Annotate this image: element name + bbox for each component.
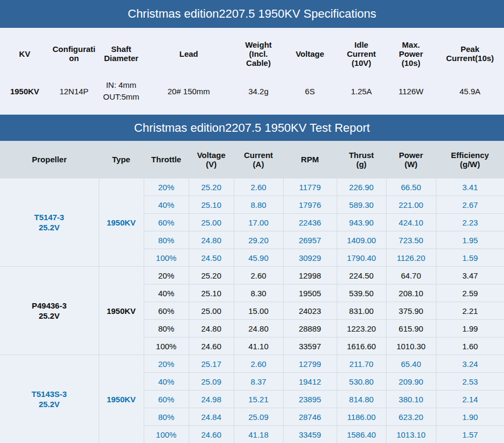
cell-thrust: 1223.20 (337, 320, 386, 337)
cell-rpm: 28889 (283, 320, 337, 337)
cell-throttle: 100% (144, 337, 189, 355)
spec-col-header-configuration: Configuration (49, 28, 99, 79)
cell-power: 1010.30 (386, 337, 436, 355)
cell-efficiency: 3.41 (436, 178, 504, 196)
cell-power: 623.20 (386, 408, 436, 426)
cell-thrust: 1186.00 (337, 408, 386, 426)
spec-value-row: 1950KV12N14PIN: 4mm OUT:5mm20# 150mm34.2… (0, 79, 504, 103)
cell-thrust: 1409.00 (337, 231, 386, 249)
spec-table: KVConfigurationShaft DiameterLeadWeight … (0, 28, 504, 103)
spec-col-header-weight-incl-cable: Weight (Incl. Cable) (234, 28, 283, 79)
cell-rpm: 12799 (283, 355, 337, 373)
cell-current: 2.60 (234, 267, 283, 284)
cell-efficiency: 2.14 (436, 391, 504, 408)
test-col-header-label: Type (99, 155, 144, 164)
cell-efficiency: 1.90 (436, 408, 504, 426)
spec-value-idle-current-10v: 1.25A (337, 79, 386, 103)
propeller-cell: T5147-3 25.2V (0, 178, 99, 267)
cell-throttle: 20% (144, 267, 189, 284)
test-header-row: PropellerTypeThrottleVoltage (V)Current … (0, 141, 504, 178)
spec-col-header-label: Shaft Diameter (104, 44, 138, 63)
cell-voltage: 25.17 (189, 355, 234, 373)
cell-power: 380.10 (386, 391, 436, 408)
test-col-header-throttle: Throttle (144, 141, 189, 178)
cell-rpm: 19412 (283, 373, 337, 391)
test-col-header-label: Voltage (V) (197, 151, 225, 169)
spec-title: Christmas edition2207.5 1950KV Specifica… (128, 7, 376, 21)
propeller-cell: P49436-3 25.2V (0, 267, 99, 355)
cell-voltage: 25.09 (189, 373, 234, 391)
cell-power: 1126.20 (386, 249, 436, 267)
cell-thrust: 1790.40 (337, 249, 386, 267)
cell-current: 8.30 (234, 284, 283, 302)
spec-col-header-label: Voltage (283, 49, 337, 58)
cell-power: 424.10 (386, 214, 436, 231)
spec-col-header-label: KV (0, 49, 49, 58)
cell-power: 64.70 (386, 267, 436, 284)
cell-efficiency: 2.59 (436, 284, 504, 302)
cell-rpm: 33459 (283, 426, 337, 443)
test-col-header-thrust-g: Thrust (g) (337, 141, 386, 178)
cell-throttle: 40% (144, 196, 189, 214)
spec-title-bar: Christmas edition2207.5 1950KV Specifica… (0, 0, 504, 28)
cell-efficiency: 1.60 (436, 337, 504, 355)
test-title-bar: Christmas edition2207.5 1950KV Test Repo… (0, 115, 504, 141)
cell-power: 615.90 (386, 320, 436, 337)
cell-voltage: 24.60 (189, 426, 234, 443)
cell-power: 65.40 (386, 355, 436, 373)
test-col-header-power-w: Power (W) (386, 141, 436, 178)
cell-current: 2.60 (234, 178, 283, 196)
test-row-group1-20%: T5147-3 25.2V1950KV20%25.202.6011779226.… (0, 178, 504, 196)
cell-current: 24.80 (234, 320, 283, 337)
cell-throttle: 80% (144, 231, 189, 249)
test-col-header-rpm: RPM (283, 141, 337, 178)
test-col-header-label: Efficiency (g/W) (451, 151, 489, 169)
cell-power: 375.90 (386, 302, 436, 320)
cell-thrust: 226.90 (337, 178, 386, 196)
cell-rpm: 24023 (283, 302, 337, 320)
cell-current: 8.80 (234, 196, 283, 214)
cell-rpm: 33597 (283, 337, 337, 355)
spec-col-header-kv: KV (0, 28, 49, 79)
spec-col-header-label: Weight (Incl. Cable) (245, 40, 272, 67)
cell-power: 209.90 (386, 373, 436, 391)
test-col-header-label: Propeller (0, 155, 99, 164)
cell-power: 1013.10 (386, 426, 436, 443)
test-col-header-propeller: Propeller (0, 141, 99, 178)
cell-efficiency: 2.67 (436, 196, 504, 214)
cell-rpm: 23895 (283, 391, 337, 408)
spec-col-header-max-power-10s: Max. Power (10s) (386, 28, 436, 79)
test-row-group3-20%: T5143S-3 25.2V1950KV20%25.172.6012799211… (0, 355, 504, 373)
cell-voltage: 24.84 (189, 408, 234, 426)
cell-throttle: 20% (144, 355, 189, 373)
test-title: Christmas edition2207.5 1950KV Test Repo… (134, 121, 370, 135)
spec-col-header-label: Lead (144, 49, 234, 58)
cell-voltage: 25.00 (189, 214, 234, 231)
spec-col-header-lead: Lead (144, 28, 234, 79)
cell-throttle: 80% (144, 320, 189, 337)
cell-efficiency: 2.21 (436, 302, 504, 320)
test-col-header-type: Type (99, 141, 144, 178)
cell-thrust: 224.50 (337, 267, 386, 284)
cell-throttle: 40% (144, 284, 189, 302)
cell-thrust: 831.00 (337, 302, 386, 320)
spec-value-voltage: 6S (283, 79, 337, 103)
cell-throttle: 20% (144, 178, 189, 196)
test-col-header-label: Power (W) (399, 151, 423, 169)
cell-current: 29.20 (234, 231, 283, 249)
cell-current: 8.37 (234, 373, 283, 391)
cell-efficiency: 2.53 (436, 373, 504, 391)
spec-header-row: KVConfigurationShaft DiameterLeadWeight … (0, 28, 504, 79)
cell-current: 41.18 (234, 426, 283, 443)
cell-power: 221.00 (386, 196, 436, 214)
cell-power: 66.50 (386, 178, 436, 196)
cell-thrust: 943.90 (337, 214, 386, 231)
cell-throttle: 80% (144, 408, 189, 426)
cell-voltage: 25.10 (189, 196, 234, 214)
cell-current: 15.21 (234, 391, 283, 408)
cell-rpm: 26957 (283, 231, 337, 249)
cell-power: 208.10 (386, 284, 436, 302)
spec-col-header-peak-current-10s: Peak Current(10s) (436, 28, 504, 79)
cell-throttle: 60% (144, 391, 189, 408)
cell-efficiency: 1.57 (436, 426, 504, 443)
